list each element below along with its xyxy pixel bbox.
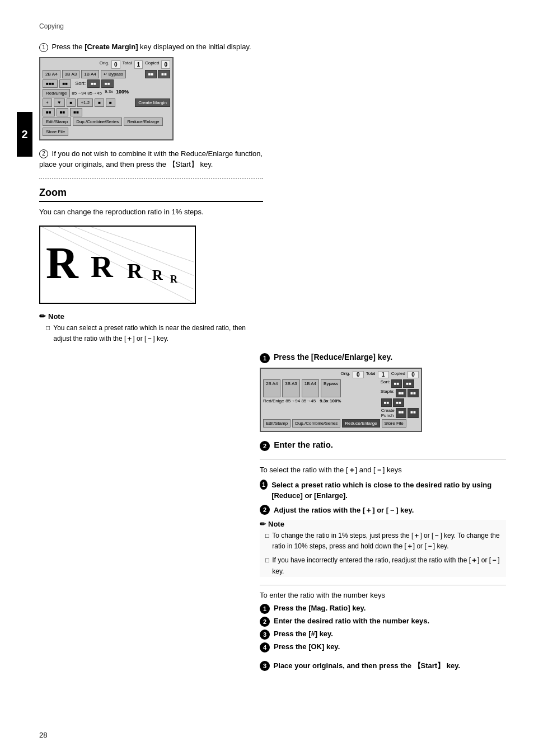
right-step1-num: 1 xyxy=(260,353,270,363)
sidebar-number: 2 xyxy=(17,112,32,157)
page-number: 28 xyxy=(39,731,47,739)
substep1: 1 Select a preset ratio which is close t… xyxy=(260,480,506,501)
step2-text: 2 If you do not wish to combine it with … xyxy=(39,148,263,170)
copier-row-3: Red/Enlge 85→9485→45 9.3x 100% xyxy=(43,89,170,97)
enter-substep1: 1 Press the [Mag. Ratio] key. xyxy=(260,604,506,614)
right-step2: 2 Enter the ratio. xyxy=(260,440,506,450)
zoom-r-medium: R xyxy=(91,249,113,284)
right-copier-display: Orig. 0 Total 1 Copied 0 2B A4 3B A3 1B … xyxy=(260,368,422,432)
page: Copying 2 1 Press the [Create Margin] ke… xyxy=(0,0,534,756)
note-block-title: ✏ Note xyxy=(260,520,506,528)
to-enter-text: To enter the ratio with the number keys xyxy=(260,591,506,599)
right-column: 1 Press the [Reduce/Enlarge] key. Orig. … xyxy=(260,351,506,679)
zoom-r-tiny: R xyxy=(170,274,177,285)
to-select-section: To select the ratio with the [＋] and [－]… xyxy=(260,465,506,577)
copier-row-5: ■■ ■■ ■■ xyxy=(43,108,170,116)
zoom-r-large: R xyxy=(46,238,78,289)
sub-divider-1 xyxy=(260,459,506,459)
enter-substep3: 3 Press the [#] key. xyxy=(260,630,506,640)
substep2: 2 Adjust the ratios with the [＋] or [－] … xyxy=(260,505,506,516)
zoom-r-small2: R xyxy=(152,267,163,284)
substep2-num: 2 xyxy=(260,505,270,515)
zoom-illustration: R R R R R xyxy=(39,226,196,304)
left-column: 1 Press the [Create Margin] key displaye… xyxy=(39,41,274,351)
to-select-text: To select the ratio with the [＋] and [－]… xyxy=(260,465,506,475)
copier-row-4: + ▼ ■ +1.2 ■ ■ Create Margin xyxy=(43,98,170,107)
right-step3-num: 3 xyxy=(260,661,270,671)
substep1-num: 1 xyxy=(260,480,268,490)
enter-ratio-title: 2 Enter the ratio. xyxy=(260,440,506,450)
copier-display-1: Orig. 0 Total 1 Copied 0 2BA4 3BA3 1BA4 … xyxy=(39,57,174,140)
right-step1-title: 1 Press the [Reduce/Enlarge] key. xyxy=(260,351,506,363)
step1-text: 1 Press the [Create Margin] key displaye… xyxy=(39,41,263,53)
copier-paper-row: 2BA4 3BA3 1BA4 ↵Bypass ■■ ■■ xyxy=(43,70,170,78)
enter-substep4-num: 4 xyxy=(260,642,270,652)
zoom-description: You can change the reproduction ratio in… xyxy=(39,206,263,218)
note-icon: ✏ xyxy=(39,312,46,321)
enter-substep2-num: 2 xyxy=(260,617,270,627)
right-step3-text: 3 Place your originals, and then press t… xyxy=(260,660,506,672)
right-step2-num: 2 xyxy=(260,441,270,451)
header-label: Copying xyxy=(39,22,506,30)
zoom-r-small1: R xyxy=(127,259,142,283)
note-section: ✏ Note □ You can select a preset ratio w… xyxy=(39,312,263,344)
enter-substep3-num: 3 xyxy=(260,630,270,640)
note-block-item1: □ To change the ratio in 1% steps, just … xyxy=(265,530,506,552)
sub-divider-2 xyxy=(260,585,506,585)
step2-block: 2 If you do not wish to combine it with … xyxy=(39,148,263,170)
right-step1: 1 Press the [Reduce/Enlarge] key. Orig. … xyxy=(260,351,506,432)
note-block-item2: □ If you have incorrectly entered the ra… xyxy=(265,555,506,576)
rc-row-1: 2B A4 3B A3 1B A4 Bypass Sort: ■■ ■■ Sta… xyxy=(263,379,419,397)
copier-row-6: Edit/Stamp Dup./Combine/Series Reduce/En… xyxy=(43,118,170,136)
enter-substep4: 4 Press the [OK] key. xyxy=(260,642,506,652)
copier-row-2: ■■■ ■■ Sort: ■■ ■■ xyxy=(43,79,170,88)
zoom-title: Zoom xyxy=(39,187,263,202)
copier-top-row: Orig. 0 Total 1 Copied 0 xyxy=(43,60,170,69)
step1-block: 1 Press the [Create Margin] key displaye… xyxy=(39,41,263,140)
rc-top: Orig. 0 Total 1 Copied 0 xyxy=(263,371,419,378)
to-enter-section: To enter the ratio with the number keys … xyxy=(260,591,506,652)
zoom-section: Zoom You can change the reproduction rat… xyxy=(39,187,263,344)
right-step3: 3 Place your originals, and then press t… xyxy=(260,660,506,672)
rc-row-2: Red/Enlge 85→94 85→45 9.3x 100% ■■ ■■ Cr… xyxy=(263,398,419,418)
enter-substep1-num: 1 xyxy=(260,604,270,614)
note-title: ✏ Note xyxy=(39,312,263,321)
note-block: ✏ Note □ To change the ratio in 1% steps… xyxy=(260,520,506,577)
note-item1: □ You can select a preset ratio which is… xyxy=(46,323,263,344)
dots-divider xyxy=(39,178,263,179)
enter-substep2: 2 Enter the desired ratio with the numbe… xyxy=(260,617,506,627)
step2-num: 2 xyxy=(39,149,48,158)
step1-num: 1 xyxy=(39,43,48,52)
rc-row-3: Edit/Stamp Dup./Combine/Series Reduce/En… xyxy=(263,419,419,428)
